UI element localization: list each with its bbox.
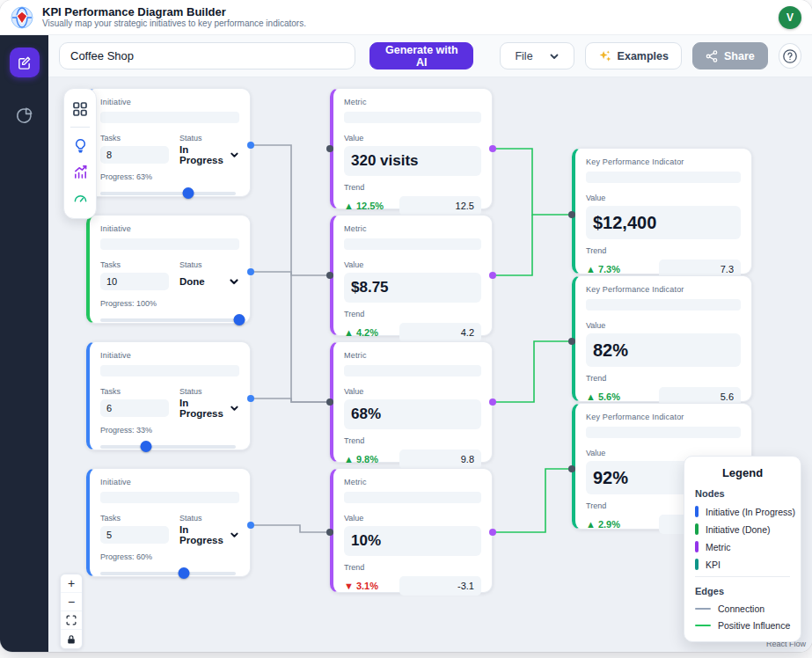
initiative-node-2[interactable]: Initiative Tasks Status Done Progress: 1…: [86, 215, 251, 324]
node-title-input[interactable]: [100, 365, 239, 377]
progress-slider[interactable]: [100, 187, 239, 199]
connection-handle[interactable]: [568, 465, 575, 472]
app-header: KPI Performance Diagram Builder Visually…: [0, 0, 812, 35]
progress-slider[interactable]: [100, 441, 239, 452]
user-avatar[interactable]: V: [779, 6, 801, 29]
connection-handle[interactable]: [489, 145, 496, 152]
connection-handle[interactable]: [568, 338, 575, 345]
metric-node-1[interactable]: Metric Value Trend ▲ 12.5%: [330, 88, 493, 209]
slider-thumb[interactable]: [141, 441, 152, 452]
slider-thumb[interactable]: [178, 567, 189, 579]
progress-slider[interactable]: [100, 567, 239, 579]
legend-item: Positive Influence: [695, 620, 790, 631]
node-title-input[interactable]: [344, 238, 481, 250]
legend-item: KPI: [695, 559, 790, 570]
tasks-input[interactable]: [100, 399, 169, 417]
pencil-square-icon: [17, 55, 32, 70]
node-palette: [63, 88, 97, 219]
gauge-icon[interactable]: [67, 185, 93, 211]
connection-handle[interactable]: [247, 268, 254, 275]
value-input[interactable]: [344, 146, 481, 176]
status-label: Status: [179, 514, 239, 523]
node-title-input[interactable]: [344, 112, 481, 123]
slider-thumb[interactable]: [182, 187, 194, 199]
lock-button[interactable]: [61, 630, 82, 648]
node-title-input[interactable]: [100, 492, 239, 503]
node-title-input[interactable]: [100, 238, 239, 250]
node-title-input[interactable]: [344, 365, 481, 377]
connection-handle[interactable]: [489, 272, 496, 279]
diagram-canvas[interactable]: Initiative Tasks Status In Progress Prog…: [48, 77, 812, 652]
status-select[interactable]: In Progress: [179, 146, 239, 164]
metric-node-2[interactable]: Metric Value Trend ▲ 4.2%: [330, 215, 493, 336]
status-select[interactable]: In Progress: [179, 399, 239, 417]
connection-handle[interactable]: [489, 398, 496, 406]
connection-handle[interactable]: [326, 529, 333, 536]
line-chart-icon[interactable]: [67, 158, 93, 185]
share-button[interactable]: Share: [692, 42, 768, 69]
connection-handle[interactable]: [568, 211, 575, 218]
initiative-node-3[interactable]: Initiative Tasks Status In Progress Prog…: [86, 341, 251, 450]
trend-label: Trend: [344, 183, 481, 192]
node-title-input[interactable]: [344, 492, 481, 503]
kpi-node-1[interactable]: Key Performance Indicator Value Trend ▲ …: [572, 148, 752, 274]
metric-node-4[interactable]: Metric Value Trend ▼ 3.1%: [330, 468, 493, 593]
node-type-label: Initiative: [100, 351, 239, 360]
value-label: Value: [586, 194, 741, 202]
node-type-label: Initiative: [100, 98, 239, 106]
trend-input[interactable]: [399, 576, 481, 596]
trend-input[interactable]: [399, 323, 481, 342]
grid-icon[interactable]: [67, 96, 93, 122]
diagram-name-input[interactable]: [59, 42, 355, 69]
initiative-node-1[interactable]: Initiative Tasks Status In Progress Prog…: [86, 88, 251, 197]
status-select[interactable]: In Progress: [179, 526, 239, 544]
value-input[interactable]: [344, 526, 481, 556]
connection-handle[interactable]: [247, 395, 254, 402]
sidebar-item-charts[interactable]: [10, 100, 40, 130]
sparkles-icon: [598, 49, 611, 62]
connection-handle[interactable]: [247, 142, 254, 149]
value-input[interactable]: [344, 399, 481, 429]
file-menu-button[interactable]: File: [500, 42, 574, 69]
trend-label: Trend: [586, 246, 741, 255]
sidebar-item-editor[interactable]: [10, 48, 40, 77]
status-select[interactable]: Done: [179, 273, 239, 290]
tasks-input[interactable]: [100, 526, 169, 544]
tasks-input[interactable]: [100, 146, 169, 164]
kpi-node-2[interactable]: Key Performance Indicator Value Trend ▲ …: [572, 275, 752, 402]
generate-with-ai-button[interactable]: Generate with AI: [369, 42, 473, 69]
app-window: KPI Performance Diagram Builder Visually…: [0, 0, 812, 652]
value-input[interactable]: [586, 206, 741, 239]
progress-label: Progress: 100%: [100, 299, 239, 308]
help-button[interactable]: [779, 43, 801, 69]
connection-handle[interactable]: [326, 398, 333, 406]
connection-handle[interactable]: [326, 272, 333, 279]
connection-handle[interactable]: [247, 522, 254, 529]
fit-view-button[interactable]: [61, 611, 82, 630]
value-input[interactable]: [586, 333, 741, 367]
value-input[interactable]: [344, 273, 481, 303]
examples-button[interactable]: Examples: [585, 42, 682, 69]
metric-node-3[interactable]: Metric Value Trend ▲ 9.8%: [330, 341, 493, 463]
trend-input[interactable]: [399, 196, 481, 216]
node-type-label: Metric: [344, 478, 481, 486]
node-title-input[interactable]: [586, 299, 741, 311]
connection-handle[interactable]: [326, 145, 333, 152]
node-title-input[interactable]: [586, 427, 741, 438]
tasks-label: Tasks: [100, 260, 169, 269]
tasks-input[interactable]: [100, 273, 169, 290]
node-title-input[interactable]: [100, 112, 239, 123]
node-title-input[interactable]: [586, 172, 741, 183]
trend-input[interactable]: [399, 450, 481, 469]
chevron-down-icon: [230, 403, 239, 413]
zoom-in-button[interactable]: +: [61, 574, 82, 593]
trend-percent: ▲ 12.5%: [344, 201, 384, 211]
progress-slider[interactable]: [100, 314, 239, 325]
initiative-node-4[interactable]: Initiative Tasks Status In Progress Prog…: [86, 468, 251, 577]
zoom-out-button[interactable]: −: [61, 593, 82, 611]
tasks-label: Tasks: [100, 134, 169, 143]
slider-thumb[interactable]: [234, 314, 245, 325]
lightbulb-icon[interactable]: [67, 132, 93, 158]
value-label: Value: [344, 134, 481, 143]
connection-handle[interactable]: [489, 529, 496, 536]
